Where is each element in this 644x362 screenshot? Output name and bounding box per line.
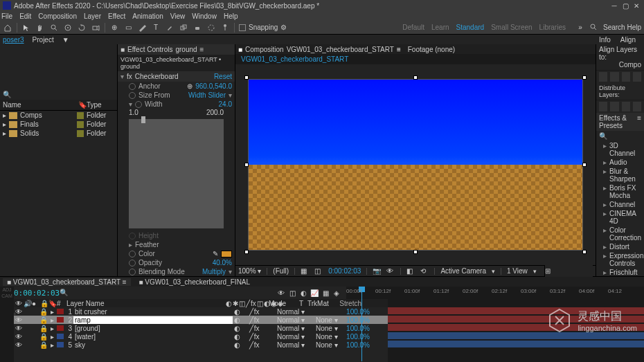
layer-row[interactable]: 👁🔒▸2ramp◐╱fxNormal ▾None ▾100.0% — [14, 316, 388, 324]
blend-mode-dropdown[interactable]: Normal ▾ — [277, 341, 306, 349]
menu-view[interactable]: View — [170, 12, 186, 20]
label-swatch[interactable] — [77, 112, 84, 119]
col-visibility-icon[interactable]: 👁 — [15, 300, 22, 307]
menu-help[interactable]: Help — [224, 12, 238, 20]
blend-mode-dropdown[interactable]: Normal ▾ — [277, 316, 306, 324]
anchor-target-icon[interactable]: ⊕ — [187, 82, 193, 90]
col-layername[interactable]: Layer Name — [65, 300, 224, 307]
fx-category[interactable]: ▸Channel — [596, 200, 644, 209]
eyedropper-icon[interactable]: ✎ — [213, 250, 218, 257]
visibility-toggle[interactable]: 👁 — [15, 325, 22, 332]
exposure-reset-icon[interactable]: ⟲ — [420, 267, 429, 275]
layer-name[interactable]: sky — [73, 341, 233, 349]
transparency-grid-icon[interactable]: ▦ — [301, 267, 309, 275]
show-snapshot-icon[interactable]: 👁 — [386, 267, 395, 275]
snapshot-icon[interactable]: 📷 — [373, 267, 381, 275]
track-bar[interactable] — [388, 307, 644, 314]
label-swatch[interactable] — [57, 325, 64, 331]
close-button[interactable]: ✕ — [632, 1, 641, 10]
prop-blend-value[interactable]: Multiply — [202, 268, 226, 275]
shape-tool-icon[interactable]: ▭ — [123, 23, 133, 33]
align-left-icon[interactable] — [599, 72, 607, 82]
lock-toggle[interactable]: 🔒 — [40, 333, 47, 340]
visibility-toggle[interactable]: 👁 — [15, 308, 22, 315]
trkmat-dropdown[interactable]: None ▾ — [316, 341, 343, 349]
pen-tool-icon[interactable] — [137, 23, 147, 33]
current-time-indicator[interactable] — [361, 287, 362, 361]
width-slider[interactable] — [129, 119, 224, 228]
fx-search-icon[interactable]: 🔍 — [599, 132, 607, 140]
snapping-toggle[interactable]: Snapping ⚙ — [239, 24, 287, 31]
stretch-value[interactable]: 100.0% — [345, 341, 370, 349]
trkmat-dropdown[interactable]: None ▾ — [316, 325, 343, 332]
workspace-libraries[interactable]: Libraries — [539, 24, 566, 31]
mask-toggle-icon[interactable]: ◫ — [314, 267, 323, 275]
dist-3-icon[interactable] — [622, 102, 630, 111]
col-fx2-icon[interactable]: fx — [251, 300, 256, 307]
camera-dropdown[interactable]: Active Camera — [440, 267, 486, 275]
fx-category[interactable]: ▸Expression Controls — [596, 251, 644, 268]
fx-category[interactable]: ▸Blur & Sharpen — [596, 167, 644, 183]
resolution-dropdown[interactable]: (Full) — [273, 267, 289, 275]
lock-toggle[interactable]: 🔒 — [40, 325, 47, 332]
timeline-tab[interactable]: ■ VGW01_03_checkerboard_FINAL — [139, 278, 251, 286]
comp-breadcrumb[interactable]: VGW01_03_checkerboard_START — [235, 54, 596, 64]
slider-thumb[interactable] — [141, 116, 145, 123]
workspace-small-screen[interactable]: Small Screen — [491, 24, 532, 31]
guides-icon[interactable]: ⊞ — [545, 267, 553, 275]
col-shy-icon[interactable]: ◐ — [226, 300, 232, 307]
graph-editor-icon[interactable]: 📈 — [310, 288, 319, 298]
blend-mode-dropdown[interactable]: Normal ▾ — [277, 308, 306, 316]
menu-animation[interactable]: Animation — [132, 12, 163, 20]
layer-name[interactable]: ramp — [73, 316, 233, 324]
timeline-timecode[interactable]: 0:00:02:03 — [14, 289, 60, 298]
fx-category[interactable]: ▸Frischluft — [596, 268, 644, 276]
color-swatch[interactable] — [221, 251, 232, 257]
visibility-toggle[interactable]: 👁 — [15, 333, 22, 340]
effects-presets-title[interactable]: Effects & Presets — [599, 114, 637, 129]
col-mode[interactable]: Mode — [269, 300, 298, 307]
channel-icon[interactable]: ◧ — [406, 267, 415, 275]
stopwatch-icon[interactable] — [129, 269, 136, 275]
col-stretch[interactable]: Stretch — [337, 300, 361, 307]
menu-effect[interactable]: Effect — [108, 12, 125, 20]
stopwatch-icon[interactable] — [129, 92, 136, 99]
effect-name[interactable]: Checkerboard — [135, 73, 179, 80]
left-tab-adj[interactable]: ADJ — [0, 287, 14, 293]
clone-tool-icon[interactable] — [179, 23, 188, 33]
composition-tab[interactable]: ■ Composition VGW01_03_checkerboard_STAR… — [238, 46, 401, 53]
hand-tool-icon[interactable] — [35, 23, 45, 33]
stopwatch-icon[interactable] — [129, 260, 136, 266]
col-frameblend-icon[interactable]: ◫ — [257, 300, 263, 307]
transform-handle[interactable] — [582, 250, 587, 254]
prop-sizefrom-value[interactable]: Width Slider — [188, 91, 226, 99]
track-bar[interactable] — [388, 316, 644, 323]
track-bar[interactable] — [388, 341, 644, 347]
motion-blur-icon[interactable]: ◐ — [298, 288, 308, 298]
layer-row[interactable]: 👁🔒▸4[water]◐╱fxNormal ▾None ▾100.0% — [14, 332, 388, 341]
label-swatch[interactable] — [77, 130, 84, 137]
minimize-button[interactable]: ─ — [609, 1, 619, 10]
transform-handle[interactable] — [413, 75, 418, 80]
composition-viewer[interactable] — [235, 64, 596, 265]
menu-layer[interactable]: Layer — [84, 12, 101, 20]
col-collapse-icon[interactable]: ◫ — [239, 300, 245, 307]
stretch-value[interactable]: 100.0% — [345, 308, 370, 316]
track-bar[interactable] — [388, 324, 644, 331]
workspace-learn[interactable]: Learn — [431, 24, 449, 31]
zoom-tool-icon[interactable] — [49, 23, 59, 33]
stretch-value[interactable]: 100.0% — [345, 316, 370, 324]
frame-blend-icon[interactable]: ◫ — [287, 288, 297, 298]
fx-category[interactable]: ▸3D Channel — [596, 141, 644, 158]
transform-handle[interactable] — [244, 75, 249, 80]
align-hcenter-icon[interactable] — [610, 72, 618, 82]
effect-reset[interactable]: Reset — [214, 73, 232, 80]
project-tab[interactable]: Project — [33, 36, 54, 44]
brush-tool-icon[interactable] — [165, 23, 175, 33]
prop-opacity-value[interactable]: 40.0% — [213, 259, 232, 266]
menu-edit[interactable]: Edit — [19, 12, 31, 20]
blend-mode-dropdown[interactable]: Normal ▾ — [277, 325, 306, 332]
workspace-standard[interactable]: Standard — [456, 24, 485, 31]
transform-handle[interactable] — [582, 75, 587, 80]
col-trkmat[interactable]: TrkMat — [307, 300, 335, 307]
